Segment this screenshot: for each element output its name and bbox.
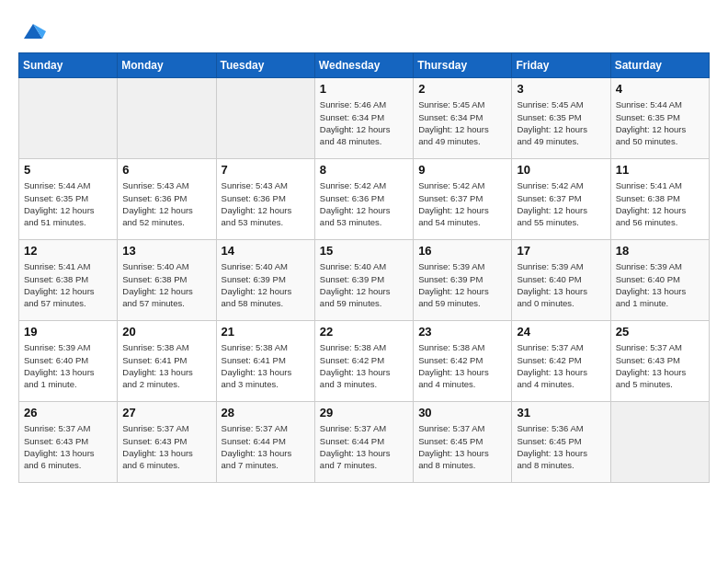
day-number: 15	[320, 244, 408, 258]
logo-icon	[20, 22, 46, 40]
cell-info: Sunrise: 5:40 AM Sunset: 6:38 PM Dayligh…	[122, 260, 210, 309]
day-number: 18	[616, 244, 704, 258]
day-number: 17	[517, 244, 605, 258]
day-of-week-header: Saturday	[610, 53, 709, 78]
calendar-cell: 3Sunrise: 5:45 AM Sunset: 6:35 PM Daylig…	[512, 78, 610, 159]
day-number: 7	[222, 163, 310, 177]
logo-text	[18, 18, 46, 41]
calendar-cell: 11Sunrise: 5:41 AM Sunset: 6:38 PM Dayli…	[610, 159, 709, 240]
cell-info: Sunrise: 5:41 AM Sunset: 6:38 PM Dayligh…	[24, 260, 112, 309]
calendar-cell: 26Sunrise: 5:37 AM Sunset: 6:43 PM Dayli…	[19, 402, 118, 483]
calendar-cell: 24Sunrise: 5:37 AM Sunset: 6:42 PM Dayli…	[512, 321, 610, 402]
calendar-cell: 8Sunrise: 5:42 AM Sunset: 6:36 PM Daylig…	[314, 159, 413, 240]
cell-info: Sunrise: 5:40 AM Sunset: 6:39 PM Dayligh…	[320, 260, 408, 309]
cell-info: Sunrise: 5:39 AM Sunset: 6:39 PM Dayligh…	[418, 260, 506, 309]
cell-info: Sunrise: 5:39 AM Sunset: 6:40 PM Dayligh…	[616, 260, 704, 309]
cell-info: Sunrise: 5:40 AM Sunset: 6:39 PM Dayligh…	[222, 260, 310, 309]
day-number: 29	[320, 406, 408, 419]
day-number: 24	[517, 325, 605, 339]
day-number: 21	[222, 325, 310, 339]
day-of-week-header: Wednesday	[314, 53, 413, 78]
day-number: 31	[517, 406, 605, 419]
cell-info: Sunrise: 5:38 AM Sunset: 6:42 PM Dayligh…	[320, 341, 408, 390]
calendar-cell: 19Sunrise: 5:39 AM Sunset: 6:40 PM Dayli…	[19, 321, 118, 402]
day-number: 9	[418, 163, 506, 177]
day-number: 8	[320, 163, 408, 177]
cell-info: Sunrise: 5:42 AM Sunset: 6:37 PM Dayligh…	[517, 179, 605, 228]
calendar-week-row: 12Sunrise: 5:41 AM Sunset: 6:38 PM Dayli…	[19, 240, 710, 321]
cell-info: Sunrise: 5:37 AM Sunset: 6:44 PM Dayligh…	[222, 422, 310, 471]
calendar-cell: 13Sunrise: 5:40 AM Sunset: 6:38 PM Dayli…	[118, 240, 216, 321]
calendar-cell	[216, 78, 314, 159]
cell-info: Sunrise: 5:38 AM Sunset: 6:41 PM Dayligh…	[122, 341, 210, 390]
day-number: 1	[320, 82, 408, 96]
day-number: 11	[616, 163, 704, 177]
calendar-cell: 7Sunrise: 5:43 AM Sunset: 6:36 PM Daylig…	[216, 159, 314, 240]
calendar-cell: 28Sunrise: 5:37 AM Sunset: 6:44 PM Dayli…	[216, 402, 314, 483]
cell-info: Sunrise: 5:37 AM Sunset: 6:43 PM Dayligh…	[122, 422, 210, 471]
calendar-cell	[19, 78, 118, 159]
calendar-week-row: 26Sunrise: 5:37 AM Sunset: 6:43 PM Dayli…	[19, 402, 710, 483]
cell-info: Sunrise: 5:45 AM Sunset: 6:34 PM Dayligh…	[418, 98, 506, 147]
cell-info: Sunrise: 5:39 AM Sunset: 6:40 PM Dayligh…	[517, 260, 605, 309]
day-of-week-header: Monday	[118, 53, 216, 78]
cell-info: Sunrise: 5:37 AM Sunset: 6:45 PM Dayligh…	[418, 422, 506, 471]
cell-info: Sunrise: 5:37 AM Sunset: 6:44 PM Dayligh…	[320, 422, 408, 471]
cell-info: Sunrise: 5:39 AM Sunset: 6:40 PM Dayligh…	[24, 341, 112, 390]
calendar-table: SundayMondayTuesdayWednesdayThursdayFrid…	[18, 52, 710, 483]
calendar-cell: 18Sunrise: 5:39 AM Sunset: 6:40 PM Dayli…	[610, 240, 709, 321]
calendar-cell: 21Sunrise: 5:38 AM Sunset: 6:41 PM Dayli…	[216, 321, 314, 402]
logo	[18, 18, 46, 38]
calendar-week-row: 1Sunrise: 5:46 AM Sunset: 6:34 PM Daylig…	[19, 78, 710, 159]
cell-info: Sunrise: 5:44 AM Sunset: 6:35 PM Dayligh…	[24, 179, 112, 228]
day-number: 2	[418, 82, 506, 96]
calendar-cell: 9Sunrise: 5:42 AM Sunset: 6:37 PM Daylig…	[414, 159, 512, 240]
day-number: 5	[24, 163, 112, 177]
day-number: 30	[418, 406, 506, 419]
calendar-cell: 14Sunrise: 5:40 AM Sunset: 6:39 PM Dayli…	[216, 240, 314, 321]
day-of-week-header: Sunday	[19, 53, 118, 78]
day-number: 22	[320, 325, 408, 339]
cell-info: Sunrise: 5:37 AM Sunset: 6:42 PM Dayligh…	[517, 341, 605, 390]
cell-info: Sunrise: 5:38 AM Sunset: 6:42 PM Dayligh…	[418, 341, 506, 390]
cell-info: Sunrise: 5:43 AM Sunset: 6:36 PM Dayligh…	[122, 179, 210, 228]
day-number: 6	[122, 163, 210, 177]
calendar-cell: 1Sunrise: 5:46 AM Sunset: 6:34 PM Daylig…	[314, 78, 413, 159]
day-number: 3	[517, 82, 605, 96]
calendar-week-row: 5Sunrise: 5:44 AM Sunset: 6:35 PM Daylig…	[19, 159, 710, 240]
calendar-cell: 27Sunrise: 5:37 AM Sunset: 6:43 PM Dayli…	[118, 402, 216, 483]
cell-info: Sunrise: 5:45 AM Sunset: 6:35 PM Dayligh…	[517, 98, 605, 147]
calendar-cell: 4Sunrise: 5:44 AM Sunset: 6:35 PM Daylig…	[610, 78, 709, 159]
day-number: 14	[222, 244, 310, 258]
calendar-cell: 5Sunrise: 5:44 AM Sunset: 6:35 PM Daylig…	[19, 159, 118, 240]
calendar-cell: 31Sunrise: 5:36 AM Sunset: 6:45 PM Dayli…	[512, 402, 610, 483]
cell-info: Sunrise: 5:37 AM Sunset: 6:43 PM Dayligh…	[616, 341, 704, 390]
calendar-cell: 23Sunrise: 5:38 AM Sunset: 6:42 PM Dayli…	[414, 321, 512, 402]
cell-info: Sunrise: 5:36 AM Sunset: 6:45 PM Dayligh…	[517, 422, 605, 471]
day-of-week-header: Tuesday	[216, 53, 314, 78]
calendar-cell	[610, 402, 709, 483]
day-number: 20	[122, 325, 210, 339]
calendar-cell: 17Sunrise: 5:39 AM Sunset: 6:40 PM Dayli…	[512, 240, 610, 321]
day-number: 28	[222, 406, 310, 419]
day-number: 25	[616, 325, 704, 339]
cell-info: Sunrise: 5:44 AM Sunset: 6:35 PM Dayligh…	[616, 98, 704, 147]
calendar-cell: 20Sunrise: 5:38 AM Sunset: 6:41 PM Dayli…	[118, 321, 216, 402]
day-of-week-header: Friday	[512, 53, 610, 78]
calendar-week-row: 19Sunrise: 5:39 AM Sunset: 6:40 PM Dayli…	[19, 321, 710, 402]
day-number: 16	[418, 244, 506, 258]
day-number: 13	[122, 244, 210, 258]
calendar-cell: 22Sunrise: 5:38 AM Sunset: 6:42 PM Dayli…	[314, 321, 413, 402]
calendar-cell: 25Sunrise: 5:37 AM Sunset: 6:43 PM Dayli…	[610, 321, 709, 402]
calendar-cell: 10Sunrise: 5:42 AM Sunset: 6:37 PM Dayli…	[512, 159, 610, 240]
page-header	[18, 18, 710, 38]
cell-info: Sunrise: 5:41 AM Sunset: 6:38 PM Dayligh…	[616, 179, 704, 228]
calendar-cell	[118, 78, 216, 159]
calendar-cell: 16Sunrise: 5:39 AM Sunset: 6:39 PM Dayli…	[414, 240, 512, 321]
calendar-cell: 30Sunrise: 5:37 AM Sunset: 6:45 PM Dayli…	[414, 402, 512, 483]
cell-info: Sunrise: 5:38 AM Sunset: 6:41 PM Dayligh…	[222, 341, 310, 390]
calendar-cell: 29Sunrise: 5:37 AM Sunset: 6:44 PM Dayli…	[314, 402, 413, 483]
day-number: 26	[24, 406, 112, 419]
calendar-cell: 6Sunrise: 5:43 AM Sunset: 6:36 PM Daylig…	[118, 159, 216, 240]
calendar-cell: 15Sunrise: 5:40 AM Sunset: 6:39 PM Dayli…	[314, 240, 413, 321]
